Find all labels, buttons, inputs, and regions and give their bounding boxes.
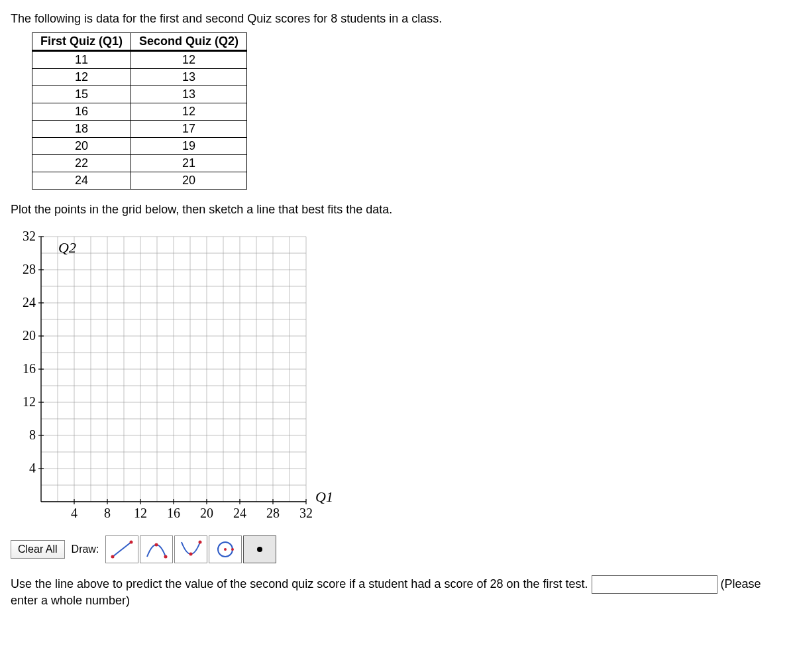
parabola-up-icon bbox=[144, 539, 168, 559]
scatter-grid[interactable]: 4 8 12 16 20 24 28 32 4 8 12 16 20 24 28… bbox=[11, 223, 784, 532]
y-tick: 16 bbox=[23, 361, 36, 376]
y-axis-label: Q2 bbox=[58, 239, 76, 256]
x-axis-label: Q1 bbox=[315, 488, 333, 505]
x-tick: 32 bbox=[299, 506, 313, 520]
y-tick: 12 bbox=[23, 394, 36, 409]
answer-section: Use the line above to predict the value … bbox=[11, 575, 784, 608]
cell: 15 bbox=[32, 86, 131, 103]
svg-point-55 bbox=[155, 543, 158, 547]
cell: 12 bbox=[32, 69, 131, 86]
y-tick: 4 bbox=[29, 461, 36, 475]
answer-input[interactable] bbox=[592, 575, 717, 594]
plot-prompt: Plot the points in the grid below, then … bbox=[11, 203, 784, 217]
draw-label: Draw: bbox=[66, 541, 105, 558]
svg-point-61 bbox=[231, 548, 234, 551]
x-tick: 24 bbox=[233, 506, 246, 520]
x-tick: 4 bbox=[71, 506, 78, 520]
cell: 12 bbox=[131, 103, 247, 121]
svg-point-56 bbox=[164, 555, 168, 559]
table-row: 2019 bbox=[32, 138, 247, 155]
table-row: 1213 bbox=[32, 69, 247, 86]
svg-point-60 bbox=[224, 548, 227, 551]
y-tick: 28 bbox=[23, 262, 36, 276]
point-icon bbox=[248, 539, 272, 559]
y-tick: 20 bbox=[23, 328, 36, 343]
table-row: 1513 bbox=[32, 86, 247, 103]
circle-tool[interactable] bbox=[209, 535, 242, 563]
question-text: Use the line above to predict the value … bbox=[11, 577, 588, 590]
intro-text: The following is data for the first and … bbox=[11, 12, 784, 26]
cell: 11 bbox=[32, 51, 131, 69]
table-row: 2420 bbox=[32, 172, 247, 190]
cell: 24 bbox=[32, 172, 131, 190]
quiz-scores-table: First Quiz (Q1) Second Quiz (Q2) 1112 12… bbox=[32, 32, 247, 190]
col-header-q1: First Quiz (Q1) bbox=[32, 33, 131, 51]
x-tick: 16 bbox=[167, 506, 180, 520]
x-tick: 12 bbox=[134, 506, 147, 520]
table-row: 2221 bbox=[32, 155, 247, 172]
x-tick: 20 bbox=[200, 506, 213, 520]
cell: 18 bbox=[32, 121, 131, 138]
x-tick: 28 bbox=[266, 506, 280, 520]
y-tick: 8 bbox=[29, 427, 36, 442]
table-row: 1817 bbox=[32, 121, 247, 138]
cell: 21 bbox=[131, 155, 247, 172]
cell: 12 bbox=[131, 51, 247, 69]
svg-line-52 bbox=[113, 542, 131, 557]
y-tick: 32 bbox=[23, 229, 36, 243]
table-row: 1112 bbox=[32, 51, 247, 69]
line-tool[interactable] bbox=[105, 535, 138, 563]
cell: 20 bbox=[131, 172, 247, 190]
svg-point-62 bbox=[257, 547, 262, 552]
svg-point-57 bbox=[189, 553, 193, 556]
parabola-down-icon bbox=[179, 539, 203, 559]
clear-all-button[interactable]: Clear All bbox=[11, 540, 65, 559]
cell: 17 bbox=[131, 121, 247, 138]
parabola-up-tool[interactable] bbox=[140, 535, 173, 563]
point-tool[interactable] bbox=[243, 535, 276, 563]
circle-icon bbox=[213, 539, 237, 559]
svg-point-53 bbox=[111, 555, 115, 559]
draw-toolbar: Clear All Draw: bbox=[11, 535, 784, 563]
y-tick: 24 bbox=[23, 295, 36, 309]
table-row: 1612 bbox=[32, 103, 247, 121]
svg-point-54 bbox=[130, 541, 133, 544]
cell: 13 bbox=[131, 69, 247, 86]
col-header-q2: Second Quiz (Q2) bbox=[131, 33, 247, 51]
cell: 13 bbox=[131, 86, 247, 103]
cell: 19 bbox=[131, 138, 247, 155]
x-tick: 8 bbox=[104, 506, 111, 520]
cell: 16 bbox=[32, 103, 131, 121]
cell: 20 bbox=[32, 138, 131, 155]
cell: 22 bbox=[32, 155, 131, 172]
parabola-down-tool[interactable] bbox=[174, 535, 207, 563]
line-icon bbox=[110, 539, 134, 559]
svg-point-58 bbox=[199, 541, 202, 544]
